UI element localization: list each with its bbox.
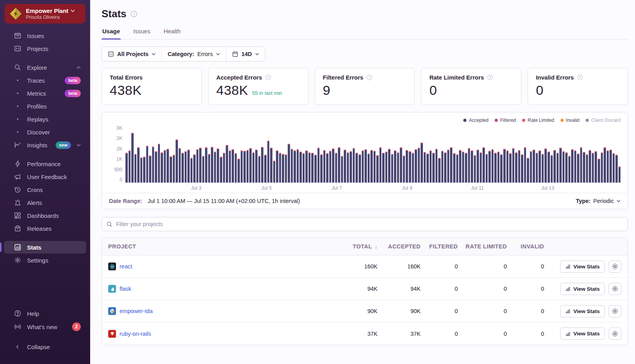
date-range-dropdown[interactable]: 14D [226,47,265,61]
chart-bar [483,147,485,183]
sidebar-item-releases[interactable]: Releases [4,222,86,235]
project-search-input[interactable] [116,221,623,227]
project-settings-button[interactable] [609,261,621,273]
sidebar-item-help[interactable]: Help [4,307,86,320]
type-value: Periodic [593,198,614,204]
chart-bar [492,149,494,183]
view-stats-button[interactable]: View Stats [560,305,605,317]
card-help-icon[interactable]: ? [366,74,372,80]
category-filter-dropdown[interactable]: Category: Errors [161,47,226,61]
chart-bar [338,147,340,183]
card-accepted-errors: Accepted Errors?438K55 in last min [208,68,308,105]
column-header-accepted[interactable]: ACCEPTED [381,243,424,250]
sidebar-item-label: Projects [27,45,81,52]
card-help-icon[interactable]: ? [265,74,271,80]
chart-bar [400,147,402,183]
chart-bar [356,153,358,183]
chart-bar [362,150,364,183]
tab-issues[interactable]: Issues [132,28,151,39]
sidebar-item-performance[interactable]: Performance [4,158,86,170]
sidebar-item-projects[interactable]: Projects [4,42,86,55]
chart-bar [430,150,432,183]
tab-usage[interactable]: Usage [102,28,121,39]
column-header-project[interactable]: PROJECT [102,243,339,250]
sidebar-collapse-button[interactable]: Collapse [4,340,86,353]
project-icon [108,51,114,57]
card-value: 0 [536,83,543,98]
legend-invalid[interactable]: Invalid [561,118,580,123]
chart-bar [521,154,523,183]
legend-client-discard[interactable]: Client Discard [586,118,620,123]
view-stats-button[interactable]: View Stats [560,328,605,340]
project-search [102,217,628,231]
column-header-invalid[interactable]: INVALID [510,243,547,250]
chart-bar [258,156,261,183]
project-settings-button[interactable] [609,328,621,340]
chart-bar [332,148,334,183]
project-link[interactable]: empower-tda [120,308,153,314]
sidebar-nav: IssuesProjectsExploreTracesbetaMetricsbe… [0,29,90,307]
page-help-icon[interactable]: ? [131,11,137,17]
project-link[interactable]: flask [120,286,131,292]
chart-bar [438,158,441,183]
chart-bar [403,156,405,183]
view-stats-button[interactable]: View Stats [560,261,605,273]
chart-bar [288,144,290,183]
card-title: Rate Limited Errors [429,74,484,81]
column-header-total[interactable]: TOTAL ↓ [339,243,381,250]
chart-bar [347,152,349,183]
x-tick-mark [196,183,197,185]
project-settings-button[interactable] [609,305,621,317]
chart-bar [279,153,281,183]
total-value: 160K [339,263,381,270]
legend-label: Filtered [500,118,516,123]
sidebar-item-issues[interactable]: Issues [4,29,86,42]
type-dropdown[interactable]: Type: Periodic [576,198,620,204]
project-link[interactable]: ruby-on-rails [120,331,151,337]
chart-bar [297,149,299,183]
chart-bar [243,151,246,183]
project-settings-button[interactable] [609,283,621,295]
project-link[interactable]: react [120,263,132,270]
legend-filtered[interactable]: Filtered [495,118,516,123]
chart-bar [503,149,506,183]
sidebar-item-user-feedback[interactable]: User Feedback [4,170,86,183]
view-stats-button[interactable]: View Stats [560,283,605,295]
column-header-filtered[interactable]: FILTERED [424,243,461,250]
org-switcher[interactable]: Empower Plant Priscila Oliveira [5,4,85,24]
x-tick-label: Jul 13 [541,185,554,191]
total-value: 37K [339,331,381,337]
sidebar-item-insights[interactable]: Insightsnew [4,139,86,151]
sidebar-item-profiles[interactable]: Profiles [4,100,86,112]
sidebar-item-alerts[interactable]: Alerts [4,196,86,209]
sidebar-item-explore[interactable]: Explore [4,61,86,74]
chart-bar [553,150,556,183]
card-help-icon[interactable]: ? [577,74,583,80]
x-tick-mark [477,183,478,185]
sidebar-item-traces[interactable]: Tracesbeta [4,74,86,87]
search-icon [107,221,112,227]
sidebar-item-settings[interactable]: Settings [4,254,86,266]
filtered-value: 0 [424,263,461,270]
sidebar-item-metrics[interactable]: Metricsbeta [4,87,86,100]
sidebar-item-dashboards[interactable]: Dashboards [4,209,86,222]
sidebar-item-crons[interactable]: Crons [4,183,86,196]
sidebar-item-whats-new[interactable]: What's new2 [4,320,86,333]
chart-bar [185,151,187,183]
chart-bar [179,148,181,183]
project-filter-dropdown[interactable]: All Projects [102,47,161,61]
chart-bar [311,153,314,183]
sidebar-item-replays[interactable]: Replays [4,113,86,125]
chart-bar [176,139,178,183]
sidebar-item-discover[interactable]: Discover [4,126,86,138]
sidebar-item-stats[interactable]: Stats [4,241,86,254]
legend-accepted[interactable]: Accepted [463,118,488,123]
megaphone-icon [14,173,22,181]
card-help-icon[interactable]: ? [487,74,493,80]
column-header-rate-limited[interactable]: RATE LIMITED [461,243,510,250]
tab-health[interactable]: Health [163,28,181,39]
card-value: 438K [216,83,248,98]
table-row-react: react160K160K000View Stats [102,255,628,278]
legend-rate-limited[interactable]: Rate Limited [522,118,554,123]
chart-bar [261,147,263,183]
